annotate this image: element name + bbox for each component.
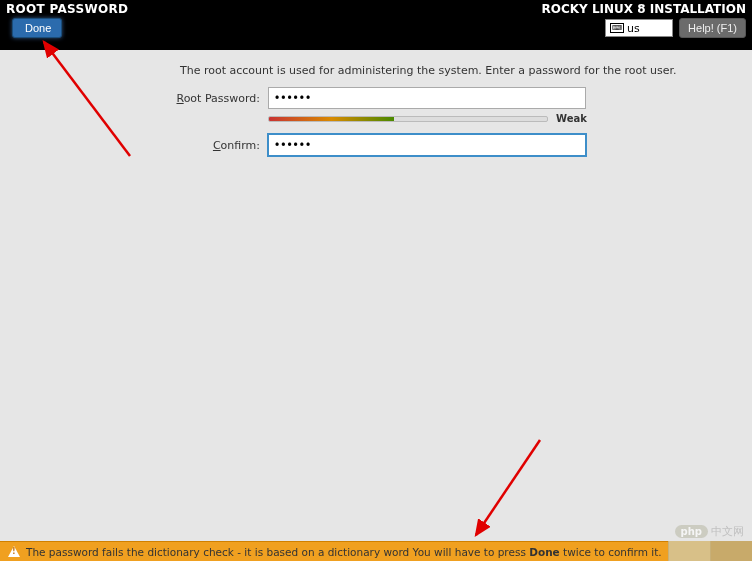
- keyboard-icon: ⌨: [610, 23, 624, 33]
- done-button[interactable]: Done: [12, 18, 62, 38]
- header-left: ROOT PASSWORD Done: [6, 2, 128, 38]
- strength-bar: [268, 116, 548, 122]
- watermark: php 中文网: [675, 524, 744, 539]
- warning-icon: [8, 546, 20, 557]
- install-title: ROCKY LINUX 8 INSTALLATION: [541, 2, 746, 16]
- help-button[interactable]: Help! (F1): [679, 18, 746, 38]
- strength-row: Weak: [268, 113, 732, 124]
- intro-text: The root account is used for administeri…: [180, 64, 732, 77]
- page-title: ROOT PASSWORD: [6, 2, 128, 16]
- watermark-logo: php: [675, 525, 708, 538]
- root-password-input[interactable]: [268, 87, 586, 109]
- warning-bar: The password fails the dictionary check …: [0, 541, 752, 561]
- confirm-row: Confirm:: [130, 134, 732, 156]
- warning-text: The password fails the dictionary check …: [26, 546, 662, 558]
- root-password-label: Root Password:: [130, 92, 268, 105]
- keyboard-layout-selector[interactable]: ⌨ us: [605, 19, 673, 37]
- watermark-button-1: [668, 541, 710, 561]
- header-bar: ROOT PASSWORD Done ROCKY LINUX 8 INSTALL…: [0, 0, 752, 50]
- header-controls: ⌨ us Help! (F1): [605, 18, 746, 38]
- root-password-row: Root Password:: [130, 87, 732, 109]
- header-right: ROCKY LINUX 8 INSTALLATION ⌨ us Help! (F…: [541, 2, 746, 38]
- confirm-label: Confirm:: [130, 139, 268, 152]
- watermark-text: 中文网: [711, 524, 744, 539]
- confirm-password-input[interactable]: [268, 134, 586, 156]
- strength-label: Weak: [556, 113, 587, 124]
- annotation-arrow-bottom: [470, 435, 550, 545]
- svg-line-3: [476, 440, 540, 535]
- keyboard-layout-label: us: [627, 22, 640, 35]
- watermark-buttons: [668, 541, 752, 561]
- strength-fill: [269, 117, 394, 121]
- watermark-button-2: [710, 541, 752, 561]
- content-area: The root account is used for administeri…: [0, 50, 752, 156]
